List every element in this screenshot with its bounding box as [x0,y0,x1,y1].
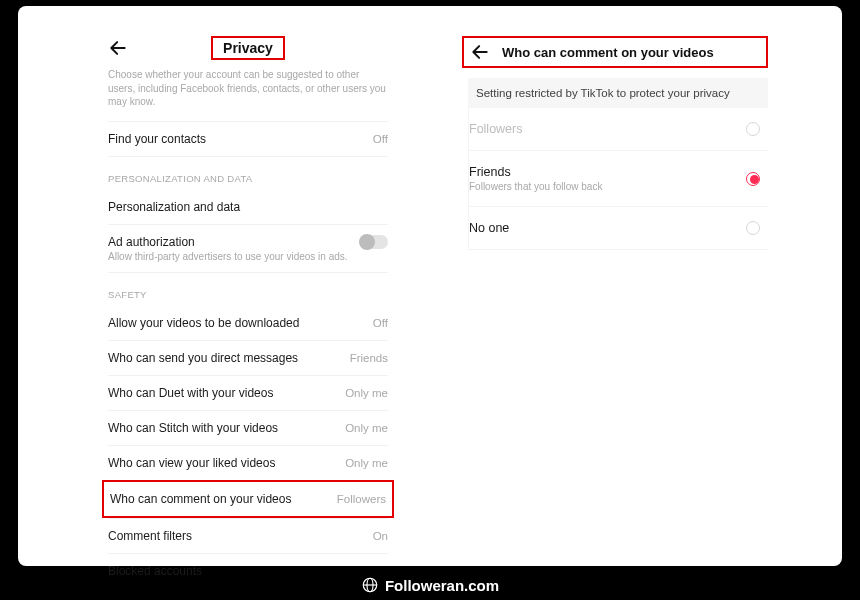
ad-auth-toggle[interactable] [360,235,388,249]
stitch-value: Only me [345,422,388,434]
footer-watermark: Followeran.com [0,576,860,594]
footer-text: Followeran.com [385,577,499,594]
allow-download-row[interactable]: Allow your videos to be downloaded Off [108,306,388,340]
ad-authorization-row[interactable]: Ad authorization Allow third-party adver… [108,224,388,272]
comment-settings-panel: Who can comment on your videos Setting r… [468,36,768,546]
who-can-comment-row[interactable]: Who can comment on your videos Followers [102,480,394,518]
stitch-label: Who can Stitch with your videos [108,421,278,435]
dm-row[interactable]: Who can send you direct messages Friends [108,340,388,375]
comment-filters-row[interactable]: Comment filters On [108,518,388,553]
option-followers: Followers [469,108,768,151]
section-safety-title: SAFETY [108,289,388,300]
find-contacts-value: Off [373,133,388,145]
who-can-comment-label: Who can comment on your videos [110,492,291,506]
allow-download-label: Allow your videos to be downloaded [108,316,299,330]
privacy-title: Privacy [211,36,285,60]
privacy-settings-panel: Privacy Choose whether your account can … [108,36,388,546]
option-friends-sub: Followers that you follow back [469,181,602,192]
section-personalization-title: PERSONALIZATION AND DATA [108,173,388,184]
back-arrow-icon[interactable] [108,38,128,58]
who-can-comment-value: Followers [337,493,386,505]
comment-filters-label: Comment filters [108,529,192,543]
option-noone-label: No one [469,221,509,235]
globe-icon [361,576,379,594]
stitch-row[interactable]: Who can Stitch with your videos Only me [108,410,388,445]
privacy-description: Choose whether your account can be sugge… [108,68,388,109]
find-contacts-label: Find your contacts [108,132,206,146]
duet-row[interactable]: Who can Duet with your videos Only me [108,375,388,410]
app-window: Privacy Choose whether your account can … [18,6,842,566]
comment-title: Who can comment on your videos [502,45,714,60]
radio-noone[interactable] [746,221,760,235]
dm-label: Who can send you direct messages [108,351,298,365]
back-arrow-icon[interactable] [470,42,490,62]
comment-filters-value: On [373,530,388,542]
ad-auth-sub: Allow third-party advertisers to use you… [108,251,348,262]
radio-followers [746,122,760,136]
comment-header: Who can comment on your videos [462,36,768,68]
personalization-label: Personalization and data [108,200,240,214]
duet-value: Only me [345,387,388,399]
personalization-row[interactable]: Personalization and data [108,190,388,224]
privacy-header: Privacy [108,36,388,60]
dm-value: Friends [350,352,388,364]
allow-download-value: Off [373,317,388,329]
liked-row[interactable]: Who can view your liked videos Only me [108,445,388,480]
radio-friends[interactable] [746,172,760,186]
option-noone[interactable]: No one [469,207,768,249]
ad-auth-label: Ad authorization [108,235,348,249]
option-friends[interactable]: Friends Followers that you follow back [469,151,768,207]
liked-value: Only me [345,457,388,469]
liked-label: Who can view your liked videos [108,456,275,470]
find-contacts-row[interactable]: Find your contacts Off [108,121,388,156]
restricted-banner: Setting restricted by TikTok to protect … [468,78,768,108]
option-followers-label: Followers [469,122,523,136]
duet-label: Who can Duet with your videos [108,386,273,400]
option-friends-label: Friends [469,165,602,179]
comment-options: Followers Friends Followers that you fol… [468,108,768,250]
